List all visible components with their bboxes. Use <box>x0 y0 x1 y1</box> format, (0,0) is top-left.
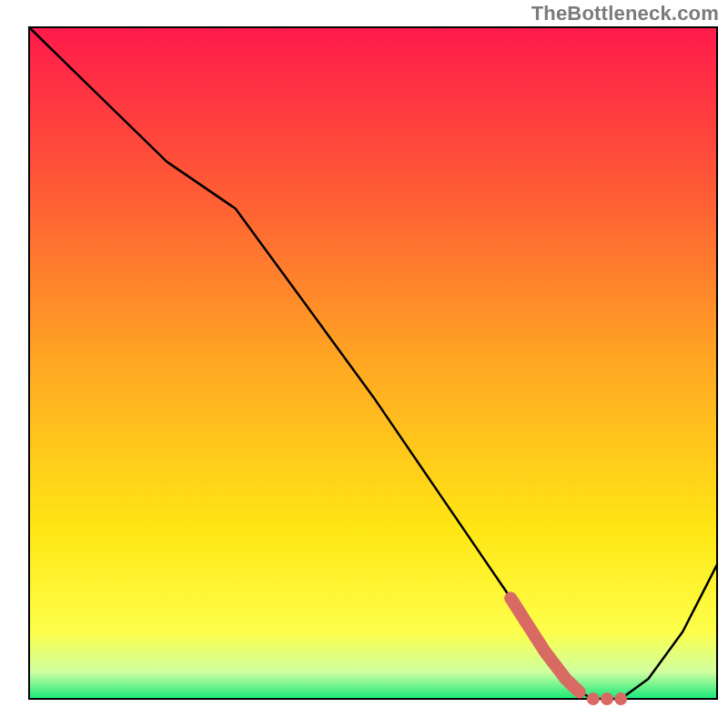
bottleneck-curve-plot <box>0 0 728 728</box>
highlight-dot <box>614 693 627 705</box>
curve-highlight-dots <box>587 693 627 705</box>
highlight-dot <box>601 693 613 705</box>
chart-container: TheBottleneck.com <box>0 0 728 728</box>
highlight-dot <box>587 693 600 705</box>
